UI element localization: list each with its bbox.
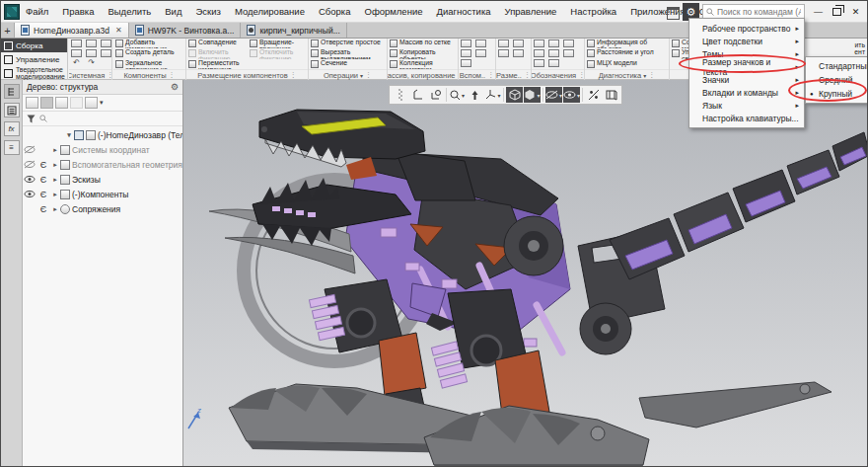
tree-row-sketches[interactable]: Є ▸ Эскизы (23, 172, 182, 187)
geometry-collection-button[interactable]: Коллекция геометрии (388, 59, 459, 69)
tree-view-order-icon[interactable] (40, 97, 53, 109)
rotation-rotation-button[interactable]: Вращение-вращение (248, 39, 309, 48)
search-input[interactable] (717, 7, 801, 17)
tab-kirpich[interactable]: кирпич_кирпичный... (241, 23, 346, 38)
redo-icon[interactable]: ↷ (86, 59, 97, 67)
workspace-layout-icon[interactable] (603, 87, 619, 103)
normal-to-plane-icon[interactable] (409, 87, 426, 103)
section-button[interactable]: Сечение (309, 59, 388, 69)
dialog-launcher-icon[interactable]: ⋮ (365, 71, 372, 79)
submenu-item-large[interactable]: ●Крупный (806, 87, 867, 101)
open-folder-icon[interactable] (86, 39, 97, 47)
tree-settings-gear-icon[interactable]: ⚙ (171, 82, 179, 92)
aux-plane-icon[interactable] (461, 39, 471, 47)
note-mark-icon[interactable] (548, 49, 559, 57)
tab-close-icon[interactable]: ✕ (115, 26, 122, 35)
note-base-icon[interactable] (534, 59, 544, 67)
note-tolerance-icon[interactable] (534, 49, 544, 57)
simplification-icon[interactable] (585, 87, 602, 103)
create-part-button[interactable]: Создать деталь (113, 48, 186, 58)
menu-assembly[interactable]: Сборка (319, 6, 351, 17)
ribbon-tab-assembly[interactable]: Сборка (1, 39, 67, 52)
menu-view[interactable]: Вид (165, 6, 181, 17)
eye-off-icon[interactable] (24, 160, 36, 169)
save-icon[interactable] (101, 39, 111, 47)
print-icon[interactable] (71, 49, 82, 57)
isometry-icon[interactable] (506, 87, 523, 103)
tree-panel-icon[interactable] (4, 84, 20, 99)
move-component-button[interactable]: Переместить компонент (186, 59, 248, 69)
dialog-launcher-icon[interactable]: ⋮ (107, 71, 111, 79)
tree-relations-icon[interactable] (85, 97, 98, 109)
interface-mode-icon[interactable] (665, 4, 681, 20)
shading-mode-icon[interactable]: ▾ (524, 87, 541, 103)
dim-angle-icon[interactable] (513, 39, 524, 47)
menu-item-highlight-color[interactable]: Цвет подсветки▸ (689, 35, 804, 47)
filter-funnel-icon[interactable] (27, 115, 36, 123)
expand-icon[interactable]: ▸ (50, 146, 60, 154)
rotate-plane-icon[interactable] (427, 87, 444, 103)
dinosaur-model[interactable] (183, 80, 868, 467)
dialog-launcher-icon[interactable]: ⋮ (290, 71, 297, 79)
expand-icon[interactable]: ▸ (50, 176, 60, 184)
copy-objects-button[interactable]: Копировать объекты (388, 48, 459, 58)
tree-row-mates[interactable]: Є ▸ Сопряжения (23, 201, 182, 216)
ribbon-tab-solid-modeling[interactable]: Твердотельное моделирование (1, 66, 67, 80)
new-tab-button[interactable]: + (1, 23, 15, 38)
dim-radial-icon[interactable] (498, 49, 509, 57)
note-datum-icon[interactable] (548, 39, 559, 47)
dim-aligned-icon[interactable] (513, 49, 524, 57)
expand-icon[interactable]: ▸ (50, 161, 60, 169)
distance-angle-button[interactable]: Расстояние и угол (585, 48, 670, 58)
new-doc-icon[interactable] (71, 39, 82, 47)
aux-cs-icon[interactable] (475, 49, 486, 57)
ribbon-tab-management[interactable]: Управление (1, 52, 67, 66)
cut-extrude-button[interactable]: Вырезать выдавливанием (309, 48, 388, 58)
zoom-tool-icon[interactable]: ▾ (449, 87, 466, 103)
parameters-panel-icon[interactable] (4, 103, 20, 117)
expand-icon[interactable]: ▸ (50, 205, 60, 213)
menu-settings[interactable]: Настройка (570, 6, 616, 17)
menu-item-tabs-commands[interactable]: Вкладки и команды▸ (689, 86, 804, 99)
coincidence-button[interactable]: Совпадение (186, 39, 248, 48)
aux-axis-icon[interactable] (475, 39, 486, 47)
eye-icon[interactable] (24, 175, 36, 184)
variables-panel-icon[interactable]: fx (4, 121, 20, 136)
save-as-icon[interactable] (101, 49, 111, 57)
menu-sketch[interactable]: Эскиз (195, 6, 220, 17)
eye-icon[interactable] (24, 190, 36, 198)
menu-edit[interactable]: Правка (62, 6, 94, 17)
object-info-button[interactable]: Информация об объекте (585, 39, 670, 48)
expand-icon[interactable]: ▾ (64, 131, 74, 139)
tab-homedinozavr[interactable]: HomeДинозавр.a3d ✕ (15, 23, 129, 38)
eye-off-icon[interactable] (24, 145, 36, 154)
orientation-icon[interactable] (467, 87, 483, 103)
dialog-launcher-icon[interactable]: ⋮ (487, 71, 494, 79)
tree-components-icon[interactable] (55, 97, 68, 109)
tree-view-structure-icon[interactable] (26, 97, 38, 109)
tab-hw97k[interactable]: HW97K - Винтовка.а... (129, 23, 242, 38)
simple-hole-button[interactable]: Отверстие простое (309, 39, 388, 48)
mass-properties-button[interactable]: МЦХ модели (585, 59, 670, 69)
tree-search-icon[interactable] (39, 115, 47, 122)
submenu-item-standard[interactable]: Стандартный (806, 59, 867, 73)
note-arrow-icon[interactable] (548, 59, 559, 67)
panel-menu-icon[interactable]: ≡ (4, 140, 20, 155)
tree-row-root[interactable]: ▾ (-)HomeДинозавр (Тел-0, Сборочн (23, 127, 182, 142)
note-text-icon[interactable] (563, 49, 574, 57)
note-rough-icon[interactable] (563, 39, 574, 47)
group-caret-icon[interactable]: ▾ (643, 72, 646, 79)
dialog-launcher-icon[interactable]: ⋮ (524, 71, 531, 79)
minimize-button[interactable]: — (809, 3, 828, 21)
menu-item-keyboard-setup[interactable]: Настройка клавиатуры... (689, 112, 804, 124)
visibility-ghost-icon[interactable]: ▾ (563, 87, 580, 103)
submenu-item-medium[interactable]: Средний (806, 73, 867, 87)
group-caret-icon[interactable]: ▾ (360, 72, 363, 79)
menu-file[interactable]: Файл (26, 6, 48, 17)
dialog-launcher-icon[interactable]: ⋮ (169, 71, 176, 79)
hide-objects-icon[interactable]: ▾ (545, 87, 562, 103)
note-leader-icon[interactable] (534, 39, 544, 47)
coordinate-triad-icon[interactable]: ▾ (484, 87, 501, 103)
expand-icon[interactable]: ▸ (50, 191, 60, 198)
menu-modeling[interactable]: Моделирование (235, 6, 305, 17)
